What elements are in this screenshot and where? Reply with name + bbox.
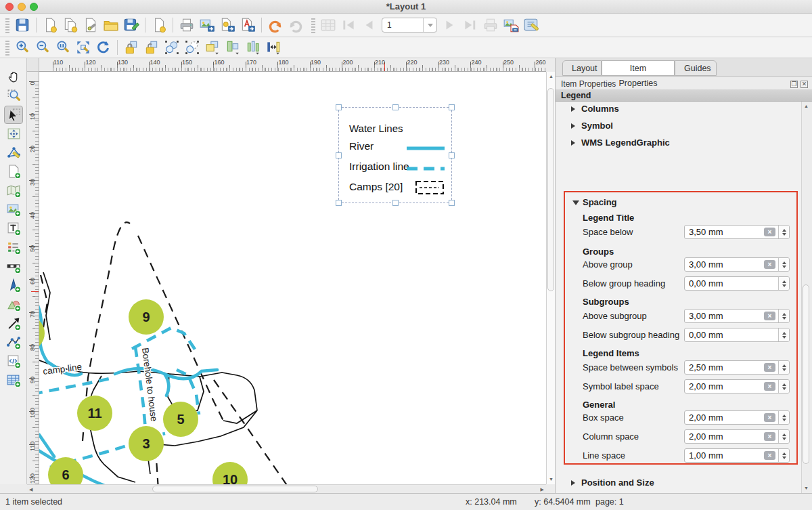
previous-feature-button[interactable]	[359, 16, 379, 35]
print-atlas-button[interactable]	[480, 16, 501, 35]
selection-handle[interactable]	[449, 200, 455, 206]
close-panel-icon[interactable]: ✕	[800, 81, 808, 88]
tab-layout[interactable]: Layout	[562, 60, 602, 76]
add-pages-button[interactable]	[149, 16, 169, 35]
symbol-label-space-input[interactable]: 2,00 mm	[684, 379, 790, 394]
add-pages-tool[interactable]	[4, 163, 23, 181]
selection-handle[interactable]	[392, 200, 399, 206]
export-atlas-button[interactable]	[501, 16, 521, 35]
toolbar-drag-handle[interactable]	[5, 17, 9, 33]
duplicate-layout-button[interactable]	[60, 16, 81, 35]
export-image-button[interactable]	[197, 16, 217, 35]
scroll-left-icon[interactable]: ◀	[29, 486, 32, 493]
spinner-buttons[interactable]	[778, 328, 789, 341]
selection-handle[interactable]	[449, 104, 455, 110]
clear-icon[interactable]	[764, 363, 775, 372]
add-arrow-tool[interactable]	[4, 314, 23, 333]
scrollbar-thumb[interactable]	[803, 284, 809, 464]
clear-icon[interactable]	[764, 382, 775, 391]
add-north-arrow-tool[interactable]	[4, 276, 23, 295]
scroll-right-icon[interactable]: ▶	[541, 486, 544, 493]
selection-handle[interactable]	[336, 200, 342, 206]
clear-icon[interactable]	[764, 432, 775, 441]
resize-items-button[interactable]	[263, 38, 284, 57]
spinner-buttons[interactable]	[778, 430, 789, 443]
column-space-input[interactable]: 2,00 mm	[684, 429, 790, 444]
panel-scrollbar[interactable]: ▲ ▼	[801, 102, 810, 493]
select-move-item-tool[interactable]	[4, 106, 23, 124]
group-items-button[interactable]	[162, 38, 182, 57]
distribute-items-button[interactable]	[243, 38, 263, 57]
next-feature-button[interactable]	[440, 16, 460, 35]
section-position-and-size[interactable]: Position and Size	[556, 475, 802, 492]
above-subgroup-input[interactable]: 3,00 mm	[684, 309, 790, 323]
add-legend-tool[interactable]	[4, 238, 23, 257]
add-html-tool[interactable]	[4, 352, 23, 370]
clear-icon[interactable]	[764, 260, 775, 269]
legend-item[interactable]: Water Lines River Irrigation line Camps …	[338, 107, 452, 203]
last-feature-button[interactable]	[460, 16, 480, 35]
new-layout-button[interactable]	[40, 16, 60, 35]
below-subgroup-heading-input[interactable]: 0,00 mm	[684, 328, 790, 342]
undo-button[interactable]	[265, 16, 286, 35]
load-template-button[interactable]	[101, 16, 121, 35]
refresh-view-button[interactable]	[93, 38, 114, 57]
first-feature-button[interactable]	[338, 16, 359, 35]
layout-manager-button[interactable]	[81, 16, 101, 35]
toolbar-drag-handle[interactable]	[5, 39, 9, 56]
scrollbar-thumb[interactable]	[547, 88, 554, 291]
clear-icon[interactable]	[764, 451, 775, 460]
scroll-up-icon[interactable]: ▲	[549, 73, 554, 80]
spinner-buttons[interactable]	[778, 411, 789, 424]
space-below-input[interactable]: 3,50 mm	[684, 225, 790, 239]
clear-icon[interactable]	[764, 228, 775, 236]
zoom-in-button[interactable]	[12, 38, 32, 57]
spinner-buttons[interactable]	[778, 226, 789, 238]
print-layout-button[interactable]	[177, 16, 197, 35]
zoom-full-button[interactable]	[73, 38, 93, 57]
add-shape-tool[interactable]	[4, 295, 23, 314]
below-group-heading-input[interactable]: 0,00 mm	[684, 276, 790, 291]
spinner-buttons[interactable]	[778, 449, 789, 462]
scrollbar-thumb[interactable]	[152, 486, 318, 492]
scroll-up-icon[interactable]: ▲	[804, 103, 809, 110]
scroll-down-icon[interactable]: ▼	[804, 485, 809, 492]
atlas-page-combo[interactable]: 1	[382, 18, 437, 33]
raise-items-button[interactable]	[202, 38, 223, 57]
add-label-tool[interactable]	[4, 219, 23, 238]
above-group-input[interactable]: 3,00 mm	[684, 257, 790, 272]
preview-atlas-button[interactable]	[318, 16, 338, 35]
unlock-items-button[interactable]	[141, 38, 162, 57]
float-panel-icon[interactable]: ❐	[790, 81, 798, 88]
section-symbol[interactable]: Symbol	[556, 119, 802, 135]
selection-handle[interactable]	[336, 104, 342, 110]
line-space-input[interactable]: 1,00 mm	[684, 448, 790, 463]
add-scalebar-tool[interactable]	[4, 257, 23, 276]
zoom-actual-button[interactable]	[53, 38, 73, 57]
box-space-input[interactable]: 2,00 mm	[684, 410, 790, 425]
clear-icon[interactable]	[764, 413, 775, 422]
section-wms-legendgraphic[interactable]: WMS LegendGraphic	[556, 135, 802, 152]
save-project-button[interactable]	[12, 16, 32, 35]
selection-handle[interactable]	[449, 152, 455, 158]
canvas-vertical-scrollbar[interactable]: ▲ ▼	[546, 72, 555, 484]
space-between-symbols-input[interactable]: 2,50 mm	[684, 360, 790, 375]
selection-handle[interactable]	[392, 104, 399, 110]
export-svg-button[interactable]	[217, 16, 238, 35]
tab-item-properties[interactable]: Item Properties	[602, 60, 675, 76]
zoom-out-button[interactable]	[32, 38, 53, 57]
add-attribute-table-tool[interactable]	[4, 371, 23, 389]
pan-layout-tool[interactable]	[4, 68, 23, 86]
clear-icon[interactable]	[764, 312, 775, 320]
spinner-buttons[interactable]	[778, 277, 789, 290]
spinner-buttons[interactable]	[778, 380, 789, 393]
add-node-item-tool[interactable]	[4, 333, 23, 352]
scroll-down-icon[interactable]: ▼	[549, 476, 554, 483]
save-as-template-button[interactable]	[121, 16, 141, 35]
lock-items-button[interactable]	[121, 38, 141, 57]
spinner-buttons[interactable]	[778, 361, 789, 374]
add-map-tool[interactable]	[4, 182, 23, 200]
add-picture-tool[interactable]	[4, 200, 23, 219]
move-item-content-tool[interactable]	[4, 125, 23, 143]
chevron-down-icon[interactable]	[423, 18, 436, 32]
